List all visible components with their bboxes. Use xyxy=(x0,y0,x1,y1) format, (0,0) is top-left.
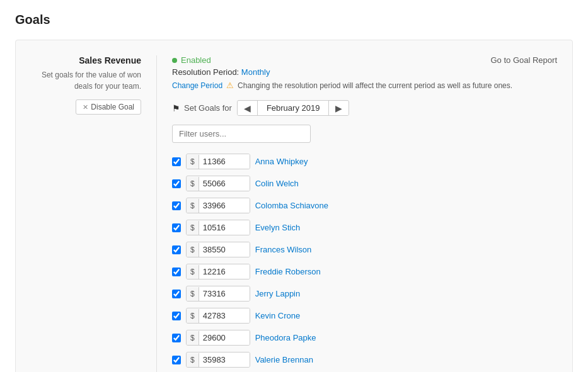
user-value-wrap-0: $ xyxy=(186,154,250,169)
dollar-sign-8: $ xyxy=(187,331,199,345)
user-checkbox-3[interactable] xyxy=(172,223,181,232)
enabled-badge: Enabled xyxy=(172,55,211,65)
user-checkbox-2[interactable] xyxy=(172,201,181,210)
user-row: $ Pheodora Papke xyxy=(172,327,557,349)
change-period-row: Change Period ⚠ Changing the resolution … xyxy=(172,81,557,90)
user-value-input-3[interactable] xyxy=(199,220,250,235)
goal-report-link[interactable]: Go to Goal Report xyxy=(491,55,558,65)
user-checkbox-7[interactable] xyxy=(172,312,181,320)
user-name-6[interactable]: Jerry Lappin xyxy=(255,289,301,298)
user-value-input-2[interactable] xyxy=(199,198,250,213)
user-value-input-6[interactable] xyxy=(199,286,250,301)
user-name-1[interactable]: Colin Welch xyxy=(255,179,299,188)
user-name-3[interactable]: Evelyn Stich xyxy=(255,223,301,232)
user-value-wrap-6: $ xyxy=(186,286,250,302)
dollar-sign-5: $ xyxy=(187,265,199,279)
user-name-8[interactable]: Pheodora Papke xyxy=(255,333,316,342)
user-checkbox-0[interactable] xyxy=(172,157,181,166)
goal-name: Sales Revenue xyxy=(31,55,141,65)
user-value-wrap-2: $ xyxy=(186,198,250,213)
dollar-sign-0: $ xyxy=(187,155,199,169)
user-checkbox-8[interactable] xyxy=(172,334,181,342)
user-value-wrap-8: $ xyxy=(186,330,250,346)
enabled-dot xyxy=(172,58,177,63)
page-title: Goals xyxy=(15,13,573,27)
set-goals-row: ⚑ Set Goals for ◀ February 2019 ▶ xyxy=(172,100,557,116)
flag-icon: ⚑ xyxy=(172,103,180,113)
resolution-row: Resolution Period: Monthly xyxy=(172,67,557,77)
user-value-wrap-4: $ xyxy=(186,242,250,257)
left-panel: Sales Revenue Set goals for the value of… xyxy=(31,55,157,372)
x-icon: ✕ xyxy=(83,103,88,111)
user-checkbox-1[interactable] xyxy=(172,179,181,188)
user-checkbox-6[interactable] xyxy=(172,290,181,298)
dollar-sign-1: $ xyxy=(187,177,199,191)
dollar-sign-9: $ xyxy=(187,353,199,367)
user-value-input-1[interactable] xyxy=(199,176,250,191)
user-value-wrap-9: $ xyxy=(186,352,250,368)
right-panel: Enabled Go to Goal Report Resolution Per… xyxy=(157,55,557,372)
resolution-value: Monthly xyxy=(241,67,270,77)
page-container: Goals Sales Revenue Set goals for the va… xyxy=(0,0,588,372)
user-row: $ Frances Wilson xyxy=(172,239,557,261)
user-value-wrap-5: $ xyxy=(186,264,250,279)
dollar-sign-7: $ xyxy=(187,309,199,323)
change-period-link[interactable]: Change Period xyxy=(172,81,222,90)
user-name-0[interactable]: Anna Whipkey xyxy=(255,157,308,166)
warning-icon: ⚠ xyxy=(226,81,234,90)
period-nav: ◀ February 2019 ▶ xyxy=(237,100,350,116)
disable-goal-label: Disable Goal xyxy=(91,103,134,111)
users-list: $ Anna Whipkey $ Colin Welch $ Colomba S… xyxy=(172,150,557,371)
goal-description: Set goals for the value of won deals for… xyxy=(31,69,141,92)
dollar-sign-4: $ xyxy=(187,243,199,257)
user-value-input-9[interactable] xyxy=(199,352,250,367)
user-name-9[interactable]: Valerie Brennan xyxy=(255,355,313,364)
user-checkbox-9[interactable] xyxy=(172,356,181,364)
user-row: $ Jerry Lappin xyxy=(172,283,557,305)
resolution-label: Resolution Period: xyxy=(172,67,239,77)
user-checkbox-4[interactable] xyxy=(172,245,181,254)
change-period-warning: Changing the resolution period will affe… xyxy=(238,81,512,90)
dollar-sign-2: $ xyxy=(187,199,199,213)
set-goals-text: Set Goals for xyxy=(184,103,232,113)
user-value-wrap-3: $ xyxy=(186,220,250,235)
user-value-wrap-7: $ xyxy=(186,308,250,324)
user-value-input-0[interactable] xyxy=(199,154,250,169)
user-name-7[interactable]: Kevin Crone xyxy=(255,311,301,320)
user-row: $ Evelyn Stich xyxy=(172,217,557,239)
prev-period-button[interactable]: ◀ xyxy=(238,101,257,115)
goals-card: Sales Revenue Set goals for the value of… xyxy=(15,40,573,372)
user-row: $ Anna Whipkey xyxy=(172,150,557,172)
user-value-input-5[interactable] xyxy=(199,264,250,279)
user-value-wrap-1: $ xyxy=(186,176,250,191)
dollar-sign-6: $ xyxy=(187,287,199,301)
user-name-4[interactable]: Frances Wilson xyxy=(255,245,312,254)
user-value-input-8[interactable] xyxy=(199,330,250,345)
enabled-label: Enabled xyxy=(181,55,211,65)
user-value-input-7[interactable] xyxy=(199,308,250,323)
user-row: $ Colin Welch xyxy=(172,172,557,194)
set-goals-label: ⚑ Set Goals for xyxy=(172,103,232,113)
user-name-2[interactable]: Colomba Schiavone xyxy=(255,201,328,210)
user-row: $ Valerie Brennan xyxy=(172,349,557,371)
user-row: $ Colomba Schiavone xyxy=(172,194,557,217)
user-name-5[interactable]: Freddie Roberson xyxy=(255,267,321,276)
disable-goal-button[interactable]: ✕ Disable Goal xyxy=(76,99,141,115)
user-row: $ Kevin Crone xyxy=(172,305,557,327)
user-checkbox-5[interactable] xyxy=(172,268,181,276)
user-value-input-4[interactable] xyxy=(199,242,250,257)
user-row: $ Freddie Roberson xyxy=(172,261,557,283)
filter-users-input[interactable] xyxy=(172,125,311,143)
dollar-sign-3: $ xyxy=(187,221,199,235)
next-period-button[interactable]: ▶ xyxy=(329,101,349,115)
period-label: February 2019 xyxy=(257,101,330,115)
status-row: Enabled Go to Goal Report xyxy=(172,55,557,65)
